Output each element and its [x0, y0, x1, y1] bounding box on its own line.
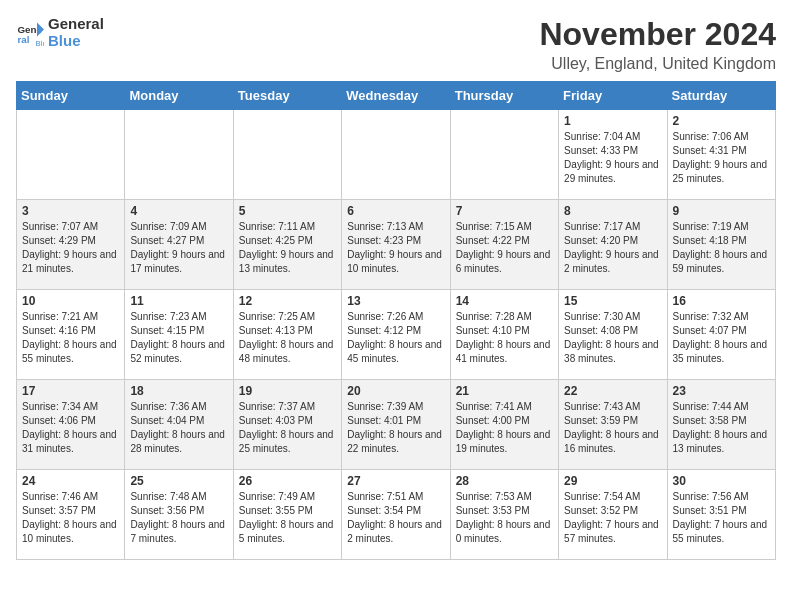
logo-icon: Gene ral Blue — [16, 19, 44, 47]
calendar-cell: 28Sunrise: 7:53 AM Sunset: 3:53 PM Dayli… — [450, 470, 558, 560]
day-number: 2 — [673, 114, 770, 128]
day-info: Sunrise: 7:32 AM Sunset: 4:07 PM Dayligh… — [673, 310, 770, 366]
day-number: 18 — [130, 384, 227, 398]
day-number: 16 — [673, 294, 770, 308]
day-number: 1 — [564, 114, 661, 128]
calendar-cell: 30Sunrise: 7:56 AM Sunset: 3:51 PM Dayli… — [667, 470, 775, 560]
day-info: Sunrise: 7:51 AM Sunset: 3:54 PM Dayligh… — [347, 490, 444, 546]
calendar-cell: 23Sunrise: 7:44 AM Sunset: 3:58 PM Dayli… — [667, 380, 775, 470]
calendar-cell: 22Sunrise: 7:43 AM Sunset: 3:59 PM Dayli… — [559, 380, 667, 470]
calendar-cell: 27Sunrise: 7:51 AM Sunset: 3:54 PM Dayli… — [342, 470, 450, 560]
calendar-table: SundayMondayTuesdayWednesdayThursdayFrid… — [16, 81, 776, 560]
day-info: Sunrise: 7:21 AM Sunset: 4:16 PM Dayligh… — [22, 310, 119, 366]
day-info: Sunrise: 7:56 AM Sunset: 3:51 PM Dayligh… — [673, 490, 770, 546]
calendar-cell: 13Sunrise: 7:26 AM Sunset: 4:12 PM Dayli… — [342, 290, 450, 380]
calendar-cell: 29Sunrise: 7:54 AM Sunset: 3:52 PM Dayli… — [559, 470, 667, 560]
svg-text:Blue: Blue — [36, 38, 44, 46]
day-info: Sunrise: 7:49 AM Sunset: 3:55 PM Dayligh… — [239, 490, 336, 546]
day-info: Sunrise: 7:28 AM Sunset: 4:10 PM Dayligh… — [456, 310, 553, 366]
weekday-header-wednesday: Wednesday — [342, 82, 450, 110]
weekday-header-monday: Monday — [125, 82, 233, 110]
day-info: Sunrise: 7:37 AM Sunset: 4:03 PM Dayligh… — [239, 400, 336, 456]
calendar-cell — [125, 110, 233, 200]
day-number: 22 — [564, 384, 661, 398]
calendar-cell: 21Sunrise: 7:41 AM Sunset: 4:00 PM Dayli… — [450, 380, 558, 470]
day-info: Sunrise: 7:53 AM Sunset: 3:53 PM Dayligh… — [456, 490, 553, 546]
day-number: 5 — [239, 204, 336, 218]
calendar-week-row: 1Sunrise: 7:04 AM Sunset: 4:33 PM Daylig… — [17, 110, 776, 200]
calendar-cell: 8Sunrise: 7:17 AM Sunset: 4:20 PM Daylig… — [559, 200, 667, 290]
day-info: Sunrise: 7:23 AM Sunset: 4:15 PM Dayligh… — [130, 310, 227, 366]
day-number: 20 — [347, 384, 444, 398]
logo-line2: Blue — [48, 33, 104, 50]
day-number: 23 — [673, 384, 770, 398]
day-number: 10 — [22, 294, 119, 308]
day-info: Sunrise: 7:11 AM Sunset: 4:25 PM Dayligh… — [239, 220, 336, 276]
svg-text:ral: ral — [17, 33, 29, 44]
calendar-cell: 6Sunrise: 7:13 AM Sunset: 4:23 PM Daylig… — [342, 200, 450, 290]
day-info: Sunrise: 7:44 AM Sunset: 3:58 PM Dayligh… — [673, 400, 770, 456]
calendar-week-row: 10Sunrise: 7:21 AM Sunset: 4:16 PM Dayli… — [17, 290, 776, 380]
calendar-cell — [342, 110, 450, 200]
weekday-header-row: SundayMondayTuesdayWednesdayThursdayFrid… — [17, 82, 776, 110]
calendar-cell: 24Sunrise: 7:46 AM Sunset: 3:57 PM Dayli… — [17, 470, 125, 560]
calendar-week-row: 24Sunrise: 7:46 AM Sunset: 3:57 PM Dayli… — [17, 470, 776, 560]
calendar-cell: 4Sunrise: 7:09 AM Sunset: 4:27 PM Daylig… — [125, 200, 233, 290]
calendar-cell — [17, 110, 125, 200]
day-number: 30 — [673, 474, 770, 488]
day-number: 27 — [347, 474, 444, 488]
day-number: 24 — [22, 474, 119, 488]
day-info: Sunrise: 7:46 AM Sunset: 3:57 PM Dayligh… — [22, 490, 119, 546]
day-number: 19 — [239, 384, 336, 398]
day-info: Sunrise: 7:48 AM Sunset: 3:56 PM Dayligh… — [130, 490, 227, 546]
day-info: Sunrise: 7:09 AM Sunset: 4:27 PM Dayligh… — [130, 220, 227, 276]
day-number: 3 — [22, 204, 119, 218]
weekday-header-friday: Friday — [559, 82, 667, 110]
calendar-cell: 1Sunrise: 7:04 AM Sunset: 4:33 PM Daylig… — [559, 110, 667, 200]
calendar-cell: 17Sunrise: 7:34 AM Sunset: 4:06 PM Dayli… — [17, 380, 125, 470]
day-info: Sunrise: 7:36 AM Sunset: 4:04 PM Dayligh… — [130, 400, 227, 456]
day-info: Sunrise: 7:26 AM Sunset: 4:12 PM Dayligh… — [347, 310, 444, 366]
calendar-week-row: 17Sunrise: 7:34 AM Sunset: 4:06 PM Dayli… — [17, 380, 776, 470]
day-number: 26 — [239, 474, 336, 488]
weekday-header-thursday: Thursday — [450, 82, 558, 110]
day-info: Sunrise: 7:19 AM Sunset: 4:18 PM Dayligh… — [673, 220, 770, 276]
calendar-cell: 14Sunrise: 7:28 AM Sunset: 4:10 PM Dayli… — [450, 290, 558, 380]
day-info: Sunrise: 7:07 AM Sunset: 4:29 PM Dayligh… — [22, 220, 119, 276]
logo-line1: General — [48, 16, 104, 33]
calendar-cell: 11Sunrise: 7:23 AM Sunset: 4:15 PM Dayli… — [125, 290, 233, 380]
calendar-cell: 12Sunrise: 7:25 AM Sunset: 4:13 PM Dayli… — [233, 290, 341, 380]
day-info: Sunrise: 7:17 AM Sunset: 4:20 PM Dayligh… — [564, 220, 661, 276]
title-area: November 2024 Ulley, England, United Kin… — [539, 16, 776, 73]
day-info: Sunrise: 7:34 AM Sunset: 4:06 PM Dayligh… — [22, 400, 119, 456]
day-number: 21 — [456, 384, 553, 398]
day-info: Sunrise: 7:25 AM Sunset: 4:13 PM Dayligh… — [239, 310, 336, 366]
day-info: Sunrise: 7:15 AM Sunset: 4:22 PM Dayligh… — [456, 220, 553, 276]
logo: Gene ral Blue General Blue — [16, 16, 104, 49]
calendar-cell — [450, 110, 558, 200]
day-number: 17 — [22, 384, 119, 398]
calendar-cell: 19Sunrise: 7:37 AM Sunset: 4:03 PM Dayli… — [233, 380, 341, 470]
day-info: Sunrise: 7:54 AM Sunset: 3:52 PM Dayligh… — [564, 490, 661, 546]
day-info: Sunrise: 7:13 AM Sunset: 4:23 PM Dayligh… — [347, 220, 444, 276]
calendar-cell: 16Sunrise: 7:32 AM Sunset: 4:07 PM Dayli… — [667, 290, 775, 380]
calendar-cell: 3Sunrise: 7:07 AM Sunset: 4:29 PM Daylig… — [17, 200, 125, 290]
day-info: Sunrise: 7:30 AM Sunset: 4:08 PM Dayligh… — [564, 310, 661, 366]
day-info: Sunrise: 7:43 AM Sunset: 3:59 PM Dayligh… — [564, 400, 661, 456]
day-info: Sunrise: 7:04 AM Sunset: 4:33 PM Dayligh… — [564, 130, 661, 186]
day-number: 11 — [130, 294, 227, 308]
weekday-header-tuesday: Tuesday — [233, 82, 341, 110]
calendar-cell: 18Sunrise: 7:36 AM Sunset: 4:04 PM Dayli… — [125, 380, 233, 470]
day-number: 13 — [347, 294, 444, 308]
calendar-cell: 5Sunrise: 7:11 AM Sunset: 4:25 PM Daylig… — [233, 200, 341, 290]
header: Gene ral Blue General Blue November 2024… — [16, 16, 776, 73]
calendar-cell: 25Sunrise: 7:48 AM Sunset: 3:56 PM Dayli… — [125, 470, 233, 560]
calendar-cell: 9Sunrise: 7:19 AM Sunset: 4:18 PM Daylig… — [667, 200, 775, 290]
calendar-cell: 2Sunrise: 7:06 AM Sunset: 4:31 PM Daylig… — [667, 110, 775, 200]
day-number: 8 — [564, 204, 661, 218]
calendar-cell — [233, 110, 341, 200]
day-number: 4 — [130, 204, 227, 218]
day-number: 9 — [673, 204, 770, 218]
calendar-cell: 26Sunrise: 7:49 AM Sunset: 3:55 PM Dayli… — [233, 470, 341, 560]
calendar-cell: 7Sunrise: 7:15 AM Sunset: 4:22 PM Daylig… — [450, 200, 558, 290]
